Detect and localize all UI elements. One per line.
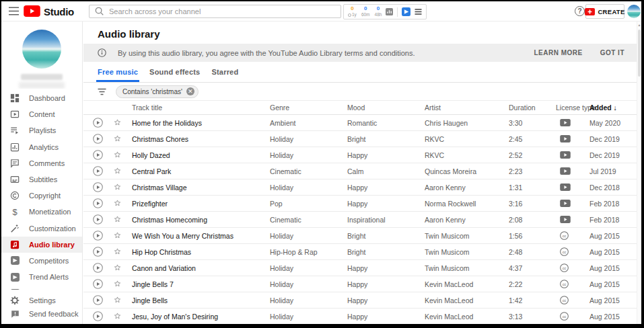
table-row[interactable]: Jingle Bells 7HolidayHappyKevin MacLeod2… <box>83 276 637 292</box>
table-row[interactable]: We Wish You a Merry ChristmasHolidayBrig… <box>83 228 637 244</box>
got-it-button[interactable]: GOT IT <box>600 49 624 56</box>
star-icon[interactable] <box>113 280 132 288</box>
star-icon[interactable] <box>113 247 132 256</box>
column-header-genre[interactable]: Genre <box>270 104 347 112</box>
play-track-button[interactable] <box>93 231 113 241</box>
sidebar-item-competitors[interactable]: Competitors <box>1 253 82 269</box>
track-title[interactable]: Christmas Village <box>132 183 270 192</box>
cc-license-icon[interactable]: cc <box>556 263 589 272</box>
table-row[interactable]: PrizefighterPopHappyNorma Rockwell3:16Fe… <box>83 196 637 212</box>
table-row[interactable]: Holly DazedHolidayHappyRKVC2:52Dec 2019 <box>83 147 637 163</box>
sidebar-item-subtitles[interactable]: Subtitles <box>1 171 82 188</box>
youtube-license-icon[interactable] <box>556 151 589 159</box>
track-title[interactable]: Jesu, Joy of Man's Desiring <box>132 313 270 321</box>
play-track-button[interactable] <box>93 134 113 144</box>
star-icon[interactable] <box>113 199 132 208</box>
youtube-license-icon[interactable] <box>556 167 589 175</box>
vidiq-boost-icon[interactable] <box>386 8 393 15</box>
scrollbar-thumb[interactable] <box>638 30 641 77</box>
tab-starred[interactable]: Starred <box>210 68 240 82</box>
column-header-artist[interactable]: Artist <box>425 104 509 112</box>
track-title[interactable]: Prizefighter <box>132 200 270 208</box>
youtube-license-icon[interactable] <box>556 119 589 126</box>
filter-icon[interactable] <box>98 88 106 95</box>
star-icon[interactable] <box>113 151 132 159</box>
youtube-license-icon[interactable] <box>556 216 589 223</box>
tab-sound-effects[interactable]: Sound effects <box>148 68 201 82</box>
play-track-button[interactable] <box>93 182 113 192</box>
help-icon[interactable]: ? <box>575 6 585 16</box>
table-row[interactable]: Christmas HomecomingCinematicInspiration… <box>83 212 637 228</box>
track-title[interactable]: Christmas Chores <box>132 135 270 143</box>
star-icon[interactable] <box>113 263 132 272</box>
star-icon[interactable] <box>113 118 132 127</box>
track-title[interactable]: Christmas Homecoming <box>132 216 270 224</box>
cc-license-icon[interactable]: cc <box>556 296 589 304</box>
remove-filter-icon[interactable]: ✕ <box>186 87 194 95</box>
play-track-button[interactable] <box>93 118 113 128</box>
scrollbar-up-icon[interactable]: ▲ <box>637 23 641 27</box>
track-title[interactable]: We Wish You a Merry Christmas <box>132 232 270 240</box>
create-button[interactable]: CREATE <box>585 4 624 19</box>
star-icon[interactable] <box>113 134 132 143</box>
sidebar-item-content[interactable]: Content <box>1 106 82 122</box>
vidiq-logo-icon[interactable] <box>402 7 410 16</box>
tab-free-music[interactable]: Free music <box>96 68 139 82</box>
vidiq-menu-icon[interactable] <box>415 9 422 15</box>
star-icon[interactable] <box>113 215 132 224</box>
youtube-license-icon[interactable] <box>556 200 589 207</box>
account-avatar[interactable] <box>627 5 641 18</box>
column-header-duration[interactable]: Duration <box>509 104 556 112</box>
play-track-button[interactable] <box>93 166 113 176</box>
youtube-studio-logo[interactable]: Studio <box>24 5 74 18</box>
filter-chip[interactable]: Contains 'christmas' ✕ <box>116 85 199 98</box>
sidebar-item-playlists[interactable]: Playlists <box>1 122 82 138</box>
table-row[interactable]: Home for the HolidaysAmbientRomanticChri… <box>83 115 637 131</box>
track-title[interactable]: Jingle Bells 7 <box>132 280 270 288</box>
play-track-button[interactable] <box>93 198 113 208</box>
track-title[interactable]: Holly Dazed <box>132 151 270 159</box>
table-row[interactable]: Central ParkCinematicCalmQuincas Moreira… <box>83 163 637 179</box>
sidebar-item-trend-alerts[interactable]: Trend Alerts <box>1 269 82 285</box>
table-row[interactable]: Christmas ChoresHolidayBrightRKVC2:45Dec… <box>83 131 637 147</box>
track-title[interactable]: Hip Hop Christmas <box>132 248 270 256</box>
sidebar-item-monetization[interactable]: $Monetization <box>1 204 82 220</box>
star-icon[interactable] <box>113 231 132 240</box>
star-icon[interactable] <box>113 167 132 175</box>
sidebar-item-dashboard[interactable]: Dashboard <box>1 90 82 106</box>
column-header-license-type[interactable]: License type <box>556 104 589 112</box>
table-row[interactable]: Canon and VariationHolidayHappyTwin Musi… <box>83 260 637 276</box>
channel-avatar[interactable] <box>22 30 61 69</box>
track-title[interactable]: Central Park <box>132 167 270 175</box>
scrollbar[interactable]: ▲ <box>637 22 641 324</box>
youtube-license-icon[interactable] <box>556 183 589 191</box>
table-row[interactable]: Hip Hop ChristmasHip-Hop & RapBrightTwin… <box>83 244 637 260</box>
column-header-track-title[interactable]: Track title <box>132 104 270 112</box>
play-track-button[interactable] <box>93 279 113 289</box>
track-title[interactable]: Jingle Bells <box>132 296 270 304</box>
play-track-button[interactable] <box>93 214 113 224</box>
table-row[interactable]: Christmas VillageHolidayHappyAaron Kenny… <box>83 179 637 196</box>
search-box[interactable] <box>89 5 341 18</box>
star-icon[interactable] <box>113 183 132 192</box>
table-row[interactable]: Jesu, Joy of Man's DesiringHolidayHappyK… <box>83 309 637 325</box>
column-header-added[interactable]: Added ↓ <box>589 104 637 112</box>
play-track-button[interactable] <box>93 311 113 321</box>
sidebar-item-audio-library[interactable]: Audio library <box>1 237 82 253</box>
youtube-license-icon[interactable] <box>556 135 589 142</box>
sidebar-item-send-feedback[interactable]: Send feedback <box>1 307 82 321</box>
vidiq-extension-widget[interactable]: 01y060m048h <box>343 4 427 19</box>
track-title[interactable]: Canon and Variation <box>132 264 270 272</box>
table-row[interactable]: Jingle BellsHolidayHappyKevin MacLeod1:4… <box>83 292 637 309</box>
play-track-button[interactable] <box>93 263 113 273</box>
star-icon[interactable] <box>113 296 132 304</box>
play-track-button[interactable] <box>93 295 113 305</box>
search-input[interactable] <box>109 7 335 15</box>
learn-more-button[interactable]: LEARN MORE <box>534 49 582 56</box>
sidebar-item-settings[interactable]: Settings <box>1 294 82 307</box>
star-icon[interactable] <box>113 312 132 321</box>
sidebar-item-copyright[interactable]: Copyright <box>1 188 82 204</box>
play-track-button[interactable] <box>93 247 113 257</box>
sidebar-item-comments[interactable]: Comments <box>1 155 82 171</box>
column-header-mood[interactable]: Mood <box>347 104 425 112</box>
